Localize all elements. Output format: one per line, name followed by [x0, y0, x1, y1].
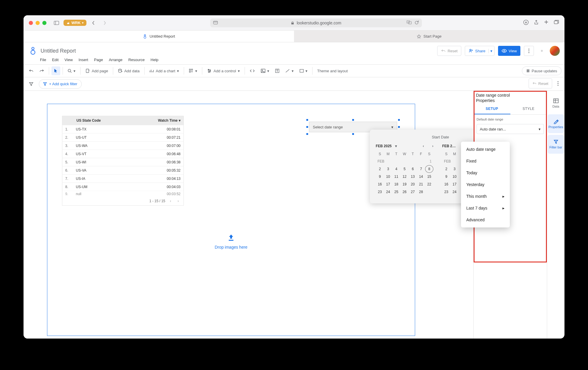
report-page[interactable]: US State Code Watch Time▾ 1.US-TX00:08:0…	[47, 104, 415, 336]
calendar-day[interactable]: 23	[442, 188, 450, 196]
canvas-area[interactable]: US State Code Watch Time▾ 1.US-TX00:08:0…	[24, 91, 473, 339]
image-button[interactable]: ▾	[258, 66, 272, 75]
col-state[interactable]: US State Code	[76, 118, 148, 123]
table-chart[interactable]: US State Code Watch Time▾ 1.US-TX00:08:0…	[62, 116, 184, 206]
calendar-day[interactable]: 4	[392, 165, 400, 173]
share-icon[interactable]	[534, 20, 539, 26]
sidebar-toggle-icon[interactable]	[52, 19, 61, 27]
share-button[interactable]: Share ▾	[465, 46, 495, 56]
pager-prev[interactable]: ‹	[168, 199, 173, 203]
text-button[interactable]	[273, 66, 282, 75]
table-row[interactable]: 2.US-UT00:07:21	[62, 133, 183, 141]
table-row[interactable]: 6.US-VA00:05:32	[62, 166, 183, 174]
menu-view[interactable]: View	[64, 58, 73, 62]
theme-layout-button[interactable]: Theme and layout	[315, 66, 350, 75]
help-button[interactable]	[537, 46, 546, 56]
looker-logo-icon[interactable]	[28, 46, 38, 56]
next-month-button[interactable]: ›	[432, 144, 433, 148]
calendar-day[interactable]: 9	[376, 173, 384, 180]
calendar-day[interactable]: 24	[450, 188, 459, 196]
calendar-day[interactable]: 22	[425, 180, 433, 188]
menu-arrange[interactable]: Arrange	[109, 58, 122, 62]
menu-insert[interactable]: Insert	[78, 58, 88, 62]
zoom-dropdown[interactable]: ▾	[65, 66, 78, 75]
embed-button[interactable]	[247, 66, 257, 75]
pause-updates-button[interactable]: Pause updates	[522, 66, 562, 75]
rail-data[interactable]: Data	[548, 94, 564, 113]
view-button[interactable]: View	[498, 46, 520, 56]
calendar-day[interactable]: 8	[425, 165, 433, 173]
menu-item[interactable]: Last 7 days▸	[461, 202, 510, 214]
add-quick-filter-button[interactable]: + Add quick filter	[39, 79, 82, 89]
calendar-day[interactable]: 3	[450, 165, 459, 173]
filter-icon[interactable]	[26, 80, 36, 88]
add-control-button[interactable]: Add a control▾	[205, 66, 242, 75]
tab-style[interactable]: STYLE	[510, 104, 547, 114]
downloads-icon[interactable]	[523, 20, 529, 26]
calendar-day[interactable]: 21	[417, 180, 425, 188]
calendar-day[interactable]: 14	[417, 173, 425, 180]
minimize-window-button[interactable]	[36, 21, 40, 25]
shape-button[interactable]: ▾	[297, 66, 310, 75]
calendar-day[interactable]: 10	[384, 173, 392, 180]
calendar-day[interactable]: 10	[450, 173, 459, 180]
reset-button[interactable]: Reset	[437, 46, 461, 56]
table-row[interactable]: 1.US-TX00:08:01	[62, 125, 183, 133]
redo-button[interactable]	[37, 66, 46, 75]
drop-zone[interactable]: Drop images here	[47, 233, 415, 250]
menu-resource[interactable]: Resource	[128, 58, 145, 62]
close-window-button[interactable]	[29, 21, 33, 25]
line-button[interactable]: ▾	[283, 66, 296, 75]
selection-tool[interactable]	[51, 66, 60, 75]
menu-item[interactable]: Auto date range	[461, 143, 510, 155]
menu-item[interactable]: Fixed	[461, 155, 510, 167]
forward-button[interactable]	[101, 19, 109, 27]
menu-item[interactable]: This month▸	[461, 190, 510, 202]
translate-icon[interactable]: A	[407, 20, 412, 25]
browser-tab-report[interactable]: Untitled Report	[24, 31, 294, 42]
menu-item[interactable]: Yesterday	[461, 179, 510, 190]
calendar-day[interactable]: 11	[392, 173, 400, 180]
menu-page[interactable]: Page	[94, 58, 103, 62]
tab-setup[interactable]: SETUP	[474, 104, 510, 114]
month-dropdown-icon[interactable]: ▾	[395, 144, 397, 148]
table-row[interactable]: 7.US-IA00:04:13	[62, 174, 183, 183]
calendar-day[interactable]: 2	[442, 165, 450, 173]
browser-tab-startpage[interactable]: Start Page	[294, 31, 564, 42]
pager-next[interactable]: ›	[176, 199, 181, 203]
calendar-day[interactable]: 7	[417, 165, 425, 173]
calendar-day[interactable]: 5	[400, 165, 409, 173]
add-chart-button[interactable]: Add a chart▾	[147, 66, 182, 75]
calendar-day[interactable]: 3	[384, 165, 392, 173]
menu-help[interactable]: Help	[151, 58, 158, 62]
calendar-day[interactable]: 13	[409, 173, 417, 180]
rail-filterbar[interactable]: Filter bar	[548, 135, 564, 154]
calendar-day[interactable]: 20	[409, 180, 417, 188]
calendar-day[interactable]: 19	[400, 180, 409, 188]
calendar-day[interactable]: 24	[384, 188, 392, 196]
menu-edit[interactable]: Edit	[52, 58, 59, 62]
account-avatar[interactable]	[550, 46, 560, 56]
new-tab-icon[interactable]	[544, 20, 549, 26]
add-data-button[interactable]: Add data	[116, 66, 142, 75]
table-row[interactable]: 5.US-WI00:06:38	[62, 158, 183, 166]
calendar-day[interactable]: 12	[400, 173, 409, 180]
workspace-badge[interactable]: WRK ▾	[64, 20, 86, 26]
zoom-window-button[interactable]	[42, 21, 46, 25]
calendar-day[interactable]: 6	[409, 165, 417, 173]
calendar-day[interactable]: 28	[417, 188, 425, 196]
default-date-range-select[interactable]: Auto date ran... ▾	[477, 124, 544, 134]
address-bar[interactable]: lookerstudio.google.com A	[210, 19, 422, 27]
menu-item[interactable]: Today	[461, 167, 510, 179]
calendar-day[interactable]: 25	[392, 188, 400, 196]
calendar-day[interactable]: 9	[442, 173, 450, 180]
calendar-day[interactable]: 27	[409, 188, 417, 196]
calendar-day[interactable]: 16	[376, 180, 384, 188]
prev-month-button[interactable]: ‹	[423, 144, 424, 148]
site-settings-icon[interactable]	[213, 20, 218, 25]
community-viz-button[interactable]: ▾	[186, 66, 200, 75]
back-button[interactable]	[89, 19, 98, 27]
more-options-button[interactable]	[524, 46, 534, 56]
col-watch[interactable]: Watch Time▾	[148, 118, 183, 123]
calendar-day[interactable]: 18	[392, 180, 400, 188]
